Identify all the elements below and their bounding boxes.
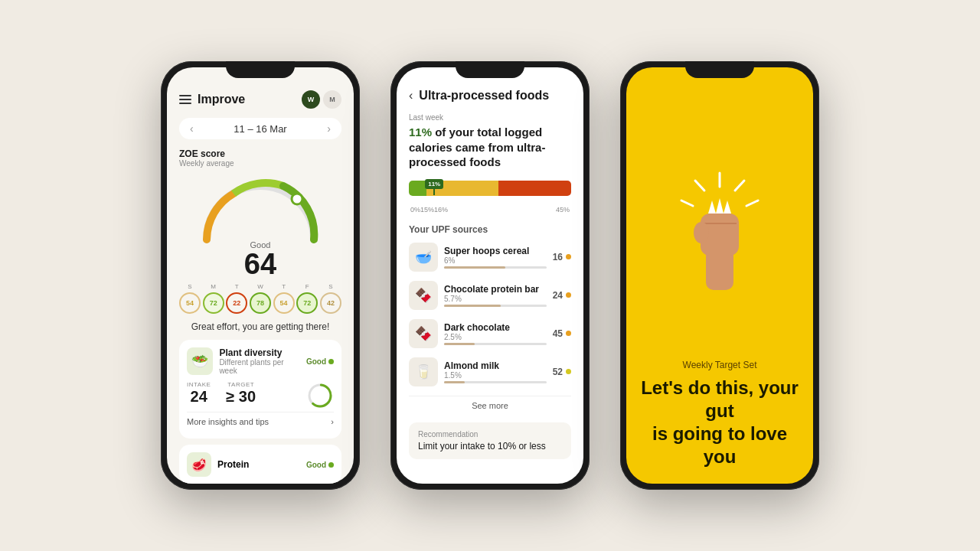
cereal-icon: 🥣 [409, 243, 438, 272]
target-label: TARGET [226, 381, 256, 388]
svg-point-0 [292, 194, 302, 204]
svg-line-5 [695, 181, 704, 191]
progress-ring [306, 382, 334, 409]
svg-marker-14 [724, 201, 731, 214]
p2-header: ‹ Ultra-processed foods [409, 89, 571, 103]
food-item-almond-milk[interactable]: 🥛 Almond milk 1.5% 52 [409, 357, 571, 386]
plant-badge: Good [306, 357, 334, 366]
day-w: W 78 [250, 283, 271, 314]
svg-line-6 [746, 201, 758, 206]
date-next-arrow[interactable]: › [327, 122, 331, 135]
protein-badge: Good [306, 461, 334, 469]
plant-sub: Different plants per week [219, 358, 300, 375]
gauge-chart [191, 171, 329, 243]
date-nav: ‹ 11 – 16 Mar › [179, 118, 341, 139]
svg-line-4 [735, 181, 744, 191]
see-more-btn[interactable]: See more [409, 396, 571, 415]
more-insights[interactable]: More insights and tips › [187, 412, 334, 431]
protein-bar-icon: 🍫 [409, 281, 438, 310]
fist-illustration [674, 90, 766, 360]
fist-svg [674, 171, 766, 294]
orange-dot-2 [566, 292, 571, 298]
day-m: M 72 [203, 283, 224, 314]
last-week-label: Last week [409, 113, 571, 122]
svg-marker-12 [708, 201, 716, 214]
dark-chocolate-name: Dark chocolate [444, 322, 547, 333]
avatar-w[interactable]: W [302, 90, 320, 109]
pct-marker: 11% [425, 179, 443, 189]
phone-upf: ‹ Ultra-processed foods Last week 11% of… [390, 61, 590, 490]
date-range: 11 – 16 Mar [234, 123, 286, 135]
gauge-svg [191, 171, 329, 243]
svg-line-7 [681, 201, 693, 206]
target-set-headline: Let's do this, your gut is going to love… [639, 377, 801, 468]
yellow-dot-1 [566, 369, 571, 374]
metrics-row: INTAKE 24 TARGET ≥ 30 [187, 381, 256, 406]
p1-header: Improve W M [179, 90, 341, 109]
effort-text: Great effort, you are getting there! [179, 321, 341, 332]
protein-title: Protein [217, 459, 249, 470]
date-prev-arrow[interactable]: ‹ [190, 122, 194, 135]
zoe-score-section: ZOE score Weekly average Go [179, 148, 341, 279]
protein-card[interactable]: 🥩 Protein Good [179, 445, 341, 484]
score-center: Good 64 [179, 240, 341, 279]
green-dot [328, 359, 334, 364]
day-t2: T 54 [273, 283, 295, 314]
notch-3 [685, 61, 754, 78]
almond-milk-icon: 🥛 [409, 357, 438, 386]
food-item-protein-bar[interactable]: 🍫 Chocolate protein bar 5.7% 24 [409, 281, 571, 310]
food-item-dark-chocolate[interactable]: 🍫 Dark chocolate 2.5% 45 [409, 319, 571, 348]
plant-title: Plant diversity [219, 347, 300, 358]
day-t1: T 22 [226, 283, 247, 314]
protein-icon: 🥩 [187, 452, 211, 477]
svg-point-11 [694, 222, 709, 243]
dark-choc-icon: 🍫 [409, 319, 438, 348]
day-f: F 72 [296, 283, 318, 314]
p3-text-block: Weekly Target Set Let's do this, your gu… [639, 360, 801, 468]
recommendation-card: Recommendation Limit your intake to 10% … [409, 422, 571, 459]
notch-1 [226, 61, 295, 78]
svg-marker-13 [716, 198, 724, 214]
target-set-label: Weekly Target Set [639, 360, 801, 370]
insight-header: 🥗 Plant diversity Different plants per w… [187, 347, 334, 375]
upf-headline: 11% of your total logged calories came f… [409, 125, 571, 170]
avatars: W M [302, 90, 341, 109]
plant-diversity-card[interactable]: 🥗 Plant diversity Different plants per w… [179, 340, 341, 439]
target-value: ≥ 30 [226, 388, 256, 406]
protein-green-dot [328, 462, 334, 468]
plant-icon: 🥗 [187, 347, 213, 375]
hamburger-icon[interactable] [179, 95, 191, 104]
day-s1: S 54 [179, 283, 201, 314]
intake-label: INTAKE [187, 381, 211, 388]
phone-motivation: Weekly Target Set Let's do this, your gu… [620, 61, 819, 490]
phone-improve: Improve W M ‹ 11 – 16 Mar › ZOE score We… [161, 61, 360, 490]
upf-sources-title: Your UPF sources [409, 224, 571, 235]
notch-2 [456, 61, 524, 78]
day-s2: S 42 [320, 283, 341, 314]
page-title: Improve [198, 93, 245, 106]
day-scores: S 54 M 72 T 22 W 78 T 54 [179, 283, 341, 314]
upf-page-title: Ultra-processed foods [419, 89, 549, 103]
score-number: 64 [179, 249, 341, 279]
rec-title: Recommendation [418, 430, 562, 439]
zoe-score-sub: Weekly average [179, 159, 341, 168]
orange-dot-3 [566, 331, 571, 336]
orange-dot-1 [566, 254, 571, 259]
upf-progress-bar: 11% 0% 15% 16% 45% [409, 181, 571, 214]
food-item-cereal[interactable]: 🥣 Super hoops cereal 6% 16 [409, 243, 571, 272]
rec-text: Limit your intake to 10% or less [418, 441, 562, 452]
back-arrow-icon[interactable]: ‹ [409, 89, 413, 103]
progress-ticks: 0% 15% 16% 45% [409, 206, 571, 214]
zoe-score-label: ZOE score [179, 148, 341, 159]
intake-value: 24 [187, 388, 211, 406]
avatar-m[interactable]: M [323, 90, 341, 109]
